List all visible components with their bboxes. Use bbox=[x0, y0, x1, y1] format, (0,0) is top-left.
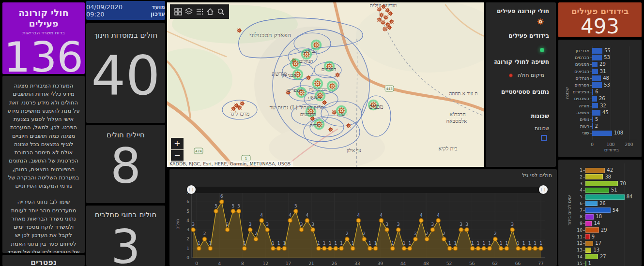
data-point[interactable] bbox=[328, 247, 332, 251]
data-point[interactable] bbox=[493, 237, 497, 241]
bar-9[interactable] bbox=[585, 227, 599, 233]
data-point[interactable] bbox=[402, 247, 406, 251]
data-point[interactable] bbox=[202, 237, 206, 241]
data-point[interactable] bbox=[214, 209, 218, 213]
data-point[interactable] bbox=[408, 247, 412, 251]
data-point[interactable] bbox=[522, 247, 526, 251]
data-point[interactable] bbox=[527, 247, 531, 251]
data-point[interactable] bbox=[356, 219, 360, 222]
data-point[interactable] bbox=[476, 247, 480, 251]
data-point[interactable] bbox=[516, 247, 520, 251]
data-point[interactable] bbox=[248, 228, 252, 232]
range-slider-track[interactable] bbox=[191, 187, 544, 193]
data-point[interactable] bbox=[488, 247, 491, 251]
exposure-marker[interactable] bbox=[389, 19, 394, 24]
data-point[interactable] bbox=[197, 247, 201, 251]
bar-0[interactable] bbox=[585, 168, 605, 173]
basemap-gallery-icon[interactable] bbox=[174, 8, 182, 15]
data-point[interactable] bbox=[276, 247, 280, 251]
bar-14[interactable] bbox=[585, 261, 586, 266]
bar-5[interactable] bbox=[585, 201, 598, 206]
bar-9[interactable] bbox=[592, 110, 600, 116]
exposure-marker[interactable] bbox=[335, 73, 340, 77]
data-point[interactable] bbox=[453, 247, 457, 251]
exposure-marker[interactable] bbox=[234, 103, 239, 108]
data-point[interactable] bbox=[254, 237, 258, 241]
data-point[interactable] bbox=[374, 247, 378, 251]
data-point[interactable] bbox=[305, 219, 309, 222]
data-point[interactable] bbox=[368, 247, 372, 251]
exposure-marker[interactable] bbox=[328, 127, 333, 132]
bar-1[interactable] bbox=[592, 55, 602, 60]
data-point[interactable] bbox=[191, 228, 195, 232]
data-point[interactable] bbox=[282, 247, 286, 251]
data-point[interactable] bbox=[334, 247, 337, 251]
bar-6[interactable] bbox=[592, 89, 593, 95]
data-point[interactable] bbox=[482, 247, 486, 251]
bar-2[interactable] bbox=[592, 62, 598, 68]
data-point[interactable] bbox=[510, 228, 514, 232]
bar-3[interactable] bbox=[592, 69, 598, 74]
data-point[interactable] bbox=[299, 228, 303, 232]
data-point[interactable] bbox=[385, 228, 389, 232]
bar-5[interactable] bbox=[592, 82, 602, 88]
map[interactable]: 4434241גמזומודיעין עיליתהפארק הטכנולוגימ… bbox=[167, 2, 484, 167]
bar-10[interactable] bbox=[592, 117, 593, 122]
data-point[interactable] bbox=[448, 247, 452, 251]
data-point[interactable] bbox=[317, 247, 321, 251]
bar-2[interactable] bbox=[585, 181, 618, 186]
exposure-marker[interactable] bbox=[346, 123, 351, 128]
virus-marker[interactable] bbox=[328, 82, 337, 91]
bar-10[interactable] bbox=[585, 234, 590, 239]
data-point[interactable] bbox=[430, 228, 434, 232]
exposure-marker[interactable] bbox=[387, 25, 392, 30]
data-point[interactable] bbox=[220, 200, 224, 204]
exposure-marker[interactable] bbox=[240, 101, 245, 106]
data-point[interactable] bbox=[311, 228, 315, 232]
bar-4[interactable] bbox=[585, 194, 625, 200]
exposure-marker[interactable] bbox=[379, 13, 384, 17]
data-point[interactable] bbox=[505, 247, 508, 251]
data-point[interactable] bbox=[243, 247, 246, 251]
bar-7[interactable] bbox=[585, 214, 594, 220]
range-slider-handle-right[interactable]: ❘❘ bbox=[539, 185, 548, 194]
data-point[interactable] bbox=[231, 209, 235, 213]
bar-12[interactable] bbox=[592, 131, 612, 136]
layers-icon[interactable] bbox=[185, 8, 193, 15]
data-point[interactable] bbox=[419, 219, 423, 222]
data-point[interactable] bbox=[533, 247, 537, 251]
data-point[interactable] bbox=[459, 228, 463, 232]
data-point[interactable] bbox=[414, 237, 417, 241]
data-point[interactable] bbox=[351, 247, 354, 251]
bar-11[interactable] bbox=[592, 123, 593, 129]
exposure-marker[interactable] bbox=[237, 28, 242, 33]
data-point[interactable] bbox=[425, 237, 429, 241]
exposure-marker[interactable] bbox=[381, 20, 385, 25]
bar-1[interactable] bbox=[585, 174, 603, 179]
bar-4[interactable] bbox=[592, 75, 601, 81]
data-point[interactable] bbox=[237, 209, 241, 213]
data-point[interactable] bbox=[499, 247, 503, 251]
data-point[interactable] bbox=[208, 247, 212, 251]
data-point[interactable] bbox=[265, 228, 269, 232]
data-point[interactable] bbox=[391, 247, 395, 251]
exposure-marker[interactable] bbox=[388, 11, 393, 16]
bar-6[interactable] bbox=[585, 207, 611, 213]
bar-13[interactable] bbox=[585, 254, 598, 259]
data-point[interactable] bbox=[339, 247, 343, 251]
data-point[interactable] bbox=[397, 228, 400, 232]
data-point[interactable] bbox=[471, 247, 475, 251]
exposure-marker[interactable] bbox=[383, 15, 388, 20]
bar-3[interactable] bbox=[585, 188, 609, 193]
zoom-out-button[interactable]: − bbox=[171, 150, 184, 162]
bar-0[interactable] bbox=[592, 48, 602, 54]
search-icon[interactable] bbox=[217, 8, 225, 15]
data-point[interactable] bbox=[322, 247, 326, 251]
data-point[interactable] bbox=[260, 219, 263, 222]
exposure-marker[interactable] bbox=[237, 105, 242, 110]
data-point[interactable] bbox=[379, 219, 383, 222]
exposure-marker[interactable] bbox=[306, 75, 311, 80]
bar-8[interactable] bbox=[592, 103, 598, 109]
data-point[interactable] bbox=[442, 237, 446, 241]
data-point[interactable] bbox=[288, 219, 292, 222]
